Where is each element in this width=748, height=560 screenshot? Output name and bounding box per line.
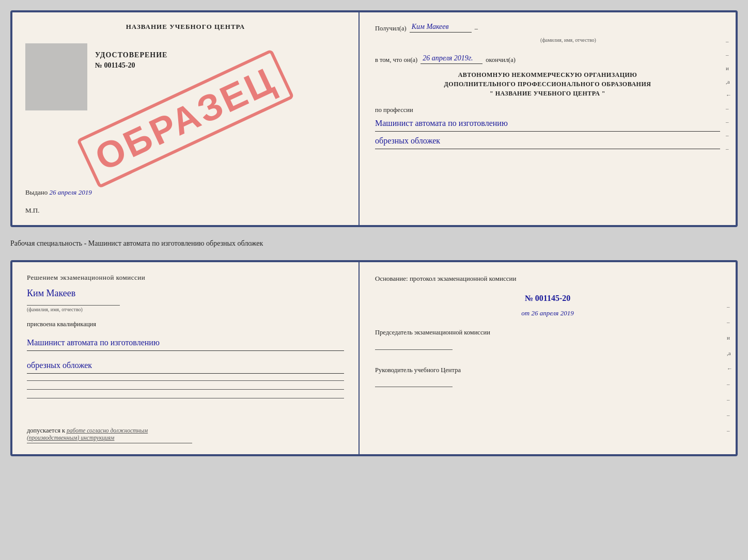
predsedatel-sign-line bbox=[375, 342, 453, 350]
ot-label: от bbox=[521, 309, 529, 317]
kvali-line1: Машинист автомата по изготовлению bbox=[27, 335, 344, 351]
rukov-label: Руководитель учебного Центра bbox=[375, 365, 720, 375]
fio-value-bottom: Ким Макеев bbox=[27, 288, 344, 299]
vydano-date: 26 апреля 2019 bbox=[50, 188, 92, 196]
vtom-label: в том, что он(a) bbox=[375, 56, 417, 64]
vydano-label: Выдано 26 апреля 2019 bbox=[25, 188, 92, 197]
sign-line-1 bbox=[27, 380, 344, 381]
document-top: НАЗВАНИЕ УЧЕБНОГО ЦЕНТРА ОБРАЗЕЦ УДОСТОВ… bbox=[10, 10, 738, 227]
protocol-number: № 001145-20 bbox=[375, 294, 720, 303]
rukov-block: Руководитель учебного Центра bbox=[375, 365, 720, 390]
okonchil-label: окончил(а) bbox=[486, 56, 516, 64]
document-bottom: Решением экзаменационной комиссии Ким Ма… bbox=[10, 260, 738, 456]
udostoverenie-label: УДОСТОВЕРЕНИЕ bbox=[95, 51, 167, 59]
fio-subtext-bottom: (фамилия, имя, отчество) bbox=[27, 305, 120, 312]
middle-text: Рабочая специальность - Машинист автомат… bbox=[10, 236, 738, 251]
org-line1: АВТОНОМНУЮ НЕКОММЕРЧЕСКУЮ ОРГАНИЗАЦИЮ bbox=[375, 70, 720, 79]
predsedatel-label: Председатель экзаменационной комиссии bbox=[375, 328, 720, 338]
cert-number: № 001145-20 bbox=[95, 61, 135, 70]
profession-line2: обрезных обложек bbox=[375, 134, 720, 149]
fio-subtext-top: (фамилия, имя, отчество) bbox=[540, 37, 596, 43]
side-marks-top: – – и ,а ← – – – – bbox=[726, 38, 731, 152]
page-wrapper: НАЗВАНИЕ УЧЕБНОГО ЦЕНТРА ОБРАЗЕЦ УДОСТОВ… bbox=[10, 10, 738, 456]
prisvoyena-text: присвоена квалификация bbox=[27, 321, 344, 328]
cert-right: Получил(a) Ким Макеев – (фамилия, имя, о… bbox=[360, 12, 736, 225]
ot-date-block: от 26 апреля 2019 bbox=[375, 309, 720, 317]
profession-label: по профессии Машинист автомата по изгото… bbox=[375, 106, 720, 149]
cert-left: НАЗВАНИЕ УЧЕБНОГО ЦЕНТРА ОБРАЗЕЦ УДОСТОВ… bbox=[12, 12, 360, 225]
komissia-label: Решением экзаменационной комиссии bbox=[27, 274, 344, 282]
org-line2: ДОПОЛНИТЕЛЬНОГО ПРОФЕССИОНАЛЬНОГО ОБРАЗО… bbox=[375, 79, 720, 89]
obrazec-stamp: ОБРАЗЕЦ bbox=[76, 49, 294, 189]
bottom-left: Решением экзаменационной комиссии Ким Ма… bbox=[12, 262, 360, 454]
sign-line-2 bbox=[27, 389, 344, 390]
dopuskaetsya-block: допускается к работе согласно должностны… bbox=[27, 427, 192, 445]
org-block: АВТОНОМНУЮ НЕКОММЕРЧЕСКУЮ ОРГАНИЗАЦИЮ ДО… bbox=[375, 70, 720, 98]
bottom-right: Основание: протокол экзаменационной коми… bbox=[360, 262, 736, 454]
ot-date-val: 26 апреля 2019 bbox=[531, 309, 573, 317]
dopuskaetsya-label: допускается к bbox=[27, 427, 65, 434]
vtom-line: в том, что он(a) 26 апреля 2019г. окончи… bbox=[375, 54, 720, 64]
fio-value-top: Ким Макеев bbox=[410, 23, 472, 33]
profession-line1: Машинист автомата по изготовлению bbox=[375, 116, 720, 132]
predsedatel-block: Председатель экзаменационной комиссии bbox=[375, 328, 720, 352]
school-name-top: НАЗВАНИЕ УЧЕБНОГО ЦЕНТРА bbox=[126, 23, 245, 31]
photo-placeholder bbox=[25, 43, 87, 110]
vydano-text: Выдано bbox=[25, 188, 48, 196]
rukov-sign-line bbox=[375, 379, 453, 387]
sign-line-3 bbox=[27, 398, 344, 398]
vtom-date: 26 апреля 2019г. bbox=[420, 54, 482, 64]
kvali-line2: обрезных обложек bbox=[27, 358, 344, 374]
mp-label: М.П. bbox=[25, 206, 39, 215]
osnov-label: Основание: протокол экзаменационной коми… bbox=[375, 274, 720, 284]
side-marks-bottom: – – и ,а ← – – – – bbox=[727, 303, 733, 434]
poluchil-label: Получил(a) bbox=[375, 25, 407, 33]
poluchil-line: Получил(a) Ким Макеев – bbox=[375, 23, 720, 33]
dopusk-line bbox=[27, 443, 192, 443]
org-line3: " НАЗВАНИЕ УЧЕБНОГО ЦЕНТРА " bbox=[375, 89, 720, 98]
dash: – bbox=[475, 25, 478, 33]
